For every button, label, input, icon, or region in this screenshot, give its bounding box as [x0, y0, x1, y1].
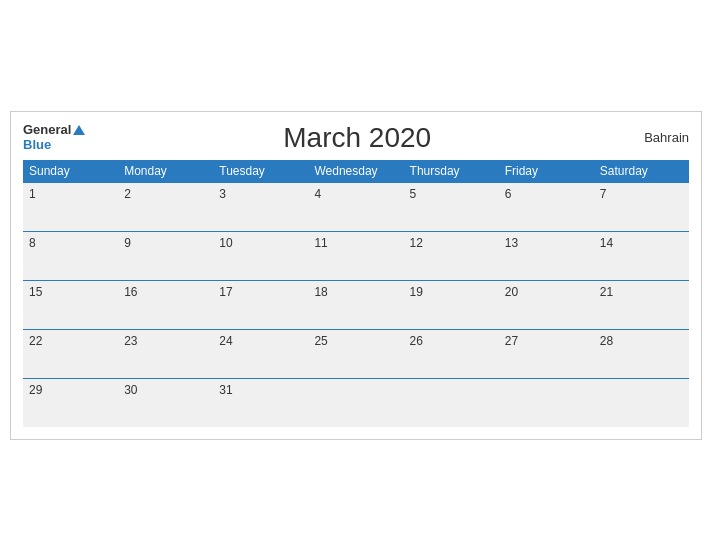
calendar-day-1: 1	[23, 182, 118, 231]
calendar-day-16: 16	[118, 280, 213, 329]
calendar-title: March 2020	[85, 122, 629, 154]
calendar-day-8: 8	[23, 231, 118, 280]
calendar-day-6: 6	[499, 182, 594, 231]
calendar-day-24: 24	[213, 329, 308, 378]
calendar-table: SundayMondayTuesdayWednesdayThursdayFrid…	[23, 160, 689, 427]
calendar-week-row: 293031	[23, 378, 689, 427]
logo: General Blue	[23, 123, 85, 152]
weekday-header-saturday: Saturday	[594, 160, 689, 183]
calendar-day-empty	[308, 378, 403, 427]
calendar-day-5: 5	[404, 182, 499, 231]
logo-triangle-icon	[73, 125, 85, 135]
calendar-day-17: 17	[213, 280, 308, 329]
calendar-day-25: 25	[308, 329, 403, 378]
calendar-day-23: 23	[118, 329, 213, 378]
calendar-day-12: 12	[404, 231, 499, 280]
weekday-header-sunday: Sunday	[23, 160, 118, 183]
calendar-day-7: 7	[594, 182, 689, 231]
calendar-week-row: 891011121314	[23, 231, 689, 280]
calendar-day-21: 21	[594, 280, 689, 329]
calendar-day-28: 28	[594, 329, 689, 378]
logo-general-text: General	[23, 123, 85, 137]
weekday-header-row: SundayMondayTuesdayWednesdayThursdayFrid…	[23, 160, 689, 183]
calendar-day-11: 11	[308, 231, 403, 280]
country-name: Bahrain	[629, 130, 689, 145]
calendar-day-15: 15	[23, 280, 118, 329]
calendar-day-27: 27	[499, 329, 594, 378]
calendar-day-empty	[499, 378, 594, 427]
weekday-header-monday: Monday	[118, 160, 213, 183]
calendar-day-22: 22	[23, 329, 118, 378]
calendar: General Blue March 2020 Bahrain SundayMo…	[10, 111, 702, 440]
calendar-day-empty	[594, 378, 689, 427]
calendar-day-31: 31	[213, 378, 308, 427]
calendar-day-empty	[404, 378, 499, 427]
calendar-day-19: 19	[404, 280, 499, 329]
calendar-day-3: 3	[213, 182, 308, 231]
logo-blue-text: Blue	[23, 138, 85, 152]
weekday-header-wednesday: Wednesday	[308, 160, 403, 183]
calendar-day-10: 10	[213, 231, 308, 280]
calendar-day-2: 2	[118, 182, 213, 231]
calendar-week-row: 22232425262728	[23, 329, 689, 378]
calendar-day-20: 20	[499, 280, 594, 329]
calendar-day-26: 26	[404, 329, 499, 378]
weekday-header-thursday: Thursday	[404, 160, 499, 183]
calendar-day-18: 18	[308, 280, 403, 329]
calendar-week-row: 1234567	[23, 182, 689, 231]
calendar-day-13: 13	[499, 231, 594, 280]
calendar-week-row: 15161718192021	[23, 280, 689, 329]
calendar-day-9: 9	[118, 231, 213, 280]
calendar-header: General Blue March 2020 Bahrain	[23, 122, 689, 154]
calendar-day-29: 29	[23, 378, 118, 427]
calendar-day-4: 4	[308, 182, 403, 231]
calendar-day-30: 30	[118, 378, 213, 427]
weekday-header-tuesday: Tuesday	[213, 160, 308, 183]
calendar-day-14: 14	[594, 231, 689, 280]
weekday-header-friday: Friday	[499, 160, 594, 183]
